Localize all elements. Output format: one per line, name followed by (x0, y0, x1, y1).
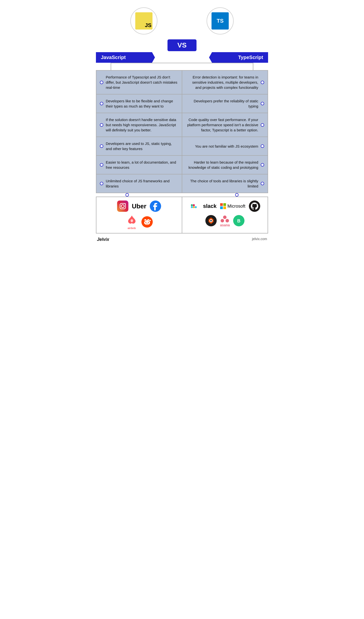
comparison-row-2: Developers like to be flexible and chang… (96, 94, 268, 113)
svg-rect-20 (220, 206, 223, 209)
right-cell-5: Harder to learn because of the required … (182, 156, 268, 174)
dot-right (235, 193, 239, 197)
companies-row: Uber airbnb (96, 197, 268, 233)
svg-rect-21 (223, 206, 226, 209)
bullet-left-1 (100, 81, 103, 84)
airbnb-icon (126, 214, 138, 227)
svg-point-12 (149, 219, 150, 220)
svg-point-9 (148, 222, 149, 223)
svg-rect-17 (195, 206, 197, 208)
svg-point-27 (221, 219, 224, 222)
svg-point-5 (131, 219, 133, 222)
ts-logo: TS (212, 12, 229, 30)
bullet-right-3 (261, 123, 264, 127)
right-text-1: Error detection is important: for teams … (186, 75, 258, 90)
left-text-4: Developers are used to JS, static typing… (106, 141, 178, 151)
brand-name: Jelvix (97, 237, 109, 242)
vs-banner: VS (167, 39, 196, 51)
right-text-5: Harder to learn because of the required … (186, 160, 258, 170)
left-cell-3: If the solution doesn't handle sensitive… (96, 113, 182, 137)
js-companies-bottom-row: airbnb (126, 214, 153, 230)
footer-url: jelvix.com (252, 237, 267, 242)
left-cell-5: Easier to learn, a lot of documentation,… (96, 156, 182, 174)
typescript-label: TypeScript (209, 52, 268, 63)
js-companies-top-row: Uber (117, 201, 161, 212)
comparison-row-3: If the solution doesn't handle sensitive… (96, 113, 268, 137)
svg-rect-18 (220, 203, 223, 206)
asana-text: asana (220, 223, 230, 227)
right-text-2: Developers prefer the reliability of sta… (186, 98, 258, 109)
svg-point-26 (223, 216, 227, 219)
asana-area: asana (220, 214, 230, 227)
js-companies-cell: Uber airbnb (96, 197, 182, 233)
right-text-3: Code quality over fast performance. If y… (186, 117, 258, 133)
right-cell-4: You are not familiar with JS ecosystem (182, 137, 268, 155)
microsoft-text: Microsoft (228, 204, 245, 209)
ts-companies-cell: slack Microsoft (182, 197, 268, 233)
svg-point-28 (226, 219, 229, 222)
right-cell-3: Code quality over fast performance. If y… (182, 113, 268, 137)
bullet-left-3 (100, 123, 103, 127)
left-text-1: Performance of Typescript and JS don't d… (106, 75, 178, 90)
uber-logo: Uber (132, 202, 146, 210)
left-cell-4: Developers are used to JS, static typing… (96, 137, 182, 155)
svg-rect-13 (191, 206, 193, 208)
right-text-6: The choice of tools and libraries is sli… (186, 178, 258, 189)
codacy-icon (205, 215, 217, 226)
svg-rect-16 (193, 204, 195, 206)
ts-companies-bottom-row: asana B (205, 214, 245, 227)
facebook-icon (150, 201, 161, 212)
comparison-row-6: Unlimited choice of JS frameworks and li… (96, 174, 268, 193)
instagram-icon (117, 201, 128, 212)
bullet-left-5 (100, 163, 103, 167)
footer: Jelvix jelvix.com (96, 237, 268, 242)
right-text-4: You are not familiar with JS ecosystem (186, 144, 258, 149)
svg-rect-14 (191, 204, 193, 206)
right-cell-6: The choice of tools and libraries is sli… (182, 174, 268, 193)
js-logo: JS (135, 12, 152, 30)
asana-icon (220, 214, 229, 223)
svg-point-3 (125, 203, 126, 204)
svg-rect-15 (193, 206, 195, 208)
svg-point-25 (210, 220, 212, 221)
bullet-left-2 (100, 102, 103, 105)
bullet-right-5 (261, 163, 264, 167)
connector (96, 63, 268, 70)
javascript-label: JavaScript (96, 52, 155, 63)
babel-icon: B (233, 215, 244, 226)
github-icon (249, 201, 260, 212)
comparison-row-5: Easier to learn, a lot of documentation,… (96, 156, 268, 174)
svg-rect-0 (117, 201, 128, 212)
comparison-row-4: Developers are used to JS, static typing… (96, 137, 268, 156)
header-logos: JS TS (96, 7, 268, 34)
left-text-5: Easier to learn, a lot of documentation,… (106, 160, 178, 170)
bullet-right-2 (261, 102, 264, 105)
slack-icon (190, 201, 199, 211)
svg-rect-19 (223, 203, 226, 206)
vs-section: VS (96, 39, 268, 51)
slack-text: slack (203, 203, 216, 209)
left-text-6: Unlimited choice of JS frameworks and li… (106, 178, 178, 189)
left-cell-6: Unlimited choice of JS frameworks and li… (96, 174, 182, 193)
microsoft-icon (220, 203, 226, 209)
connector-right-line (253, 63, 253, 70)
dot-row (96, 193, 268, 197)
dot-left (125, 193, 129, 197)
reddit-icon (141, 216, 153, 228)
microsoft-area: Microsoft (220, 203, 245, 209)
bullet-left-4 (100, 144, 103, 148)
ts-companies-top-row: slack Microsoft (190, 201, 260, 212)
labels-row: JavaScript TypeScript (96, 52, 268, 63)
bullet-right-6 (261, 182, 264, 185)
svg-point-8 (145, 222, 146, 223)
airbnb-area: airbnb (126, 214, 138, 230)
js-logo-circle: JS (130, 7, 157, 34)
left-cell-1: Performance of Typescript and JS don't d… (96, 71, 182, 94)
comparison-row-1: Performance of Typescript and JS don't d… (96, 71, 268, 94)
ts-logo-circle: TS (207, 7, 234, 34)
left-text-2: Developers like to be flexible and chang… (106, 98, 178, 109)
svg-point-22 (249, 201, 260, 212)
left-text-3: If the solution doesn't handle sensitive… (106, 117, 178, 133)
airbnb-label: airbnb (128, 227, 136, 230)
bullet-right-1 (261, 81, 264, 84)
